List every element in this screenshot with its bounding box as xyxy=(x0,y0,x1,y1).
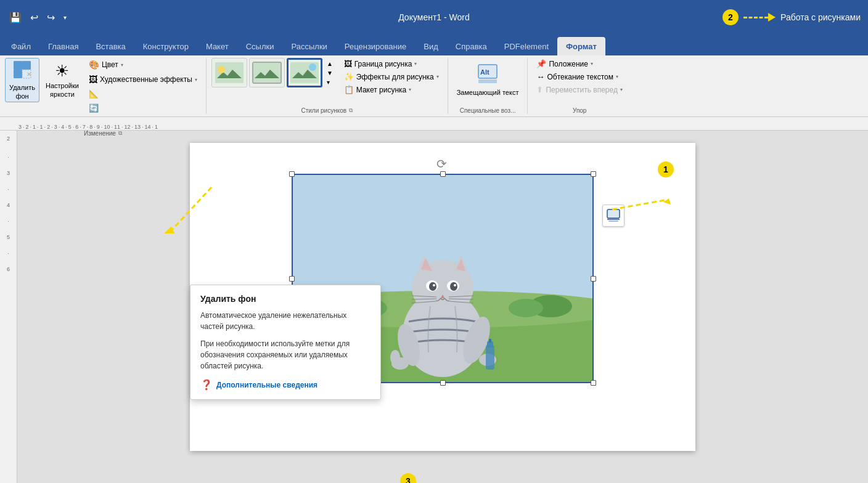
ribbon-group-picture-styles: ▲ ▼ ▾ 🖼 Граница рисунка ▾ ✨ Эффекты для … xyxy=(207,58,448,114)
tab-pdfelement[interactable]: PDFelement xyxy=(496,37,557,55)
tab-format[interactable]: Формат xyxy=(557,37,605,55)
wrap-label: Обтекание текстом xyxy=(547,73,613,81)
ruler-container: 3 · 2 · 1 · 1 · 2 · 3 · 4 · 5 · 6 · 7 · … xyxy=(0,117,868,131)
arrange-col: 📌 Положение ▾ ↔ Обтекание текстом ▾ ⬆ Пе… xyxy=(533,58,626,95)
layout-icon-svg xyxy=(606,208,621,223)
handle-top-left[interactable] xyxy=(289,171,295,177)
style-down-button[interactable]: ▼ xyxy=(324,69,335,77)
ribbon-group-adjust: ✕ Удалитьфон ☀ Настройкияркости xyxy=(0,58,207,114)
effects-icon: ✨ xyxy=(344,72,354,81)
compress-icon: 📐 xyxy=(89,89,99,99)
svg-point-8 xyxy=(218,66,225,73)
tab-help[interactable]: Справка xyxy=(447,37,496,55)
handle-bot-right[interactable] xyxy=(591,380,596,386)
style-up-button[interactable]: ▲ xyxy=(324,60,335,68)
remove-bg-label: Удалитьфон xyxy=(9,84,35,100)
replace-button[interactable]: 🔄 xyxy=(85,102,201,115)
ribbon-group-arrange: 📌 Положение ▾ ↔ Обтекание текстом ▾ ⬆ Пе… xyxy=(528,58,631,114)
tooltip-popup: Удалить фон Автоматическое удаление неже… xyxy=(190,285,381,400)
work-with-pictures-label: Работа с рисунками xyxy=(780,12,861,22)
art-icon: 🖼 xyxy=(89,75,97,84)
svg-rect-2 xyxy=(14,70,22,78)
tooltip-link-icon: ❓ xyxy=(200,379,213,391)
rotate-handle[interactable]: ⟳ xyxy=(436,156,447,171)
color-button[interactable]: 🎨 Цвет ▾ xyxy=(85,58,201,71)
style-preview-2[interactable] xyxy=(249,58,285,87)
tab-insert[interactable]: Вставка xyxy=(87,37,134,55)
svg-marker-53 xyxy=(663,198,671,205)
layout-icon: 📋 xyxy=(344,85,354,94)
svg-point-45 xyxy=(390,350,400,365)
tab-review[interactable]: Рецензирование xyxy=(336,37,415,55)
handle-mid-right[interactable] xyxy=(591,276,596,282)
effects-label: Эффекты для рисунка xyxy=(356,73,434,81)
svg-point-32 xyxy=(433,284,435,286)
svg-point-31 xyxy=(450,282,457,291)
position-icon: 📌 xyxy=(536,59,546,68)
title-bar: 💾 ↩ ↪ ▾ Документ1 - Word 2 Работа с рису… xyxy=(0,0,868,34)
svg-text:✕: ✕ xyxy=(27,71,31,78)
tab-home[interactable]: Главная xyxy=(39,37,87,55)
compress-button[interactable]: 📐 xyxy=(85,87,201,100)
alt-text-button[interactable]: Alt Замещающий текст xyxy=(453,58,523,102)
handle-top-mid[interactable] xyxy=(440,171,446,177)
settings-label: Настройкияркости xyxy=(46,82,79,98)
art-effects-button[interactable]: 🖼 Художественные эффекты ▾ xyxy=(85,73,201,86)
special-content: Alt Замещающий текст xyxy=(453,58,523,106)
tab-view[interactable]: Вид xyxy=(415,37,447,55)
tab-file[interactable]: Файл xyxy=(2,37,39,55)
svg-rect-51 xyxy=(608,221,618,222)
color-icon: 🎨 xyxy=(89,60,99,70)
position-label: Положение xyxy=(549,60,588,68)
replace-icon: 🔄 xyxy=(89,104,99,113)
badge-3: 3 xyxy=(400,473,416,483)
border-icon: 🖼 xyxy=(344,59,352,68)
redo-icon[interactable]: ↪ xyxy=(44,9,58,26)
svg-point-30 xyxy=(429,282,436,291)
svg-point-33 xyxy=(454,284,456,286)
dashed-line xyxy=(743,17,768,18)
adjust-expand-icon[interactable]: ⧉ xyxy=(118,130,122,137)
settings-icon: ☀ xyxy=(55,62,69,81)
layout-button[interactable]: 📋 Макет рисунка ▾ xyxy=(340,84,443,95)
handle-top-right[interactable] xyxy=(591,171,596,177)
ruler-marks-top: 3 · 2 · 1 · 1 · 2 · 3 · 4 · 5 · 6 · 7 · … xyxy=(18,117,159,130)
handle-mid-left[interactable] xyxy=(289,276,295,282)
settings-brightness-button[interactable]: ☀ Настройкияркости xyxy=(42,58,83,102)
style-more-button[interactable]: ▾ xyxy=(324,78,335,86)
undo-icon[interactable]: ↩ xyxy=(27,9,41,26)
border-effects-col: 🖼 Граница рисунка ▾ ✨ Эффекты для рисунк… xyxy=(340,58,443,95)
page: ⟳ xyxy=(190,143,695,451)
forward-label: Переместить вперед xyxy=(546,86,617,94)
forward-icon: ⬆ xyxy=(536,85,543,94)
position-button[interactable]: 📌 Положение ▾ xyxy=(533,58,626,70)
style-preview-1[interactable] xyxy=(211,58,247,87)
picture-styles-group-label: Стили рисунков ⧉ xyxy=(211,106,443,114)
special-group-label: Специальные воз... xyxy=(453,106,523,114)
svg-rect-49 xyxy=(607,209,620,218)
save-icon[interactable]: 💾 xyxy=(6,9,25,26)
customize-icon[interactable]: ▾ xyxy=(60,12,70,23)
handle-bot-mid[interactable] xyxy=(440,380,446,386)
svg-point-21 xyxy=(509,299,543,317)
picture-styles-content: ▲ ▼ ▾ 🖼 Граница рисунка ▾ ✨ Эффекты для … xyxy=(211,58,443,106)
tab-layout[interactable]: Макет xyxy=(197,37,237,55)
tab-references[interactable]: Ссылки xyxy=(237,37,283,55)
tooltip-desc2: При необходимости используйте метки для … xyxy=(200,338,371,371)
border-button[interactable]: 🖼 Граница рисунка ▾ xyxy=(340,58,443,70)
tab-mailings[interactable]: Рассылки xyxy=(282,37,335,55)
forward-button[interactable]: ⬆ Переместить вперед ▾ xyxy=(533,84,626,95)
svg-rect-14 xyxy=(478,79,497,83)
wrap-button[interactable]: ↔ Обтекание текстом ▾ xyxy=(533,71,626,83)
style-preview-3[interactable] xyxy=(287,58,322,87)
image-action-icon[interactable] xyxy=(602,205,624,227)
remove-bg-button[interactable]: ✕ Удалитьфон xyxy=(5,58,39,102)
dashed-arrow-2 xyxy=(743,13,776,22)
tooltip-desc1: Автоматическое удаление нежелательных ча… xyxy=(200,310,371,332)
tooltip-link[interactable]: ❓ Дополнительные сведения xyxy=(200,379,371,391)
picture-styles-expand-icon[interactable]: ⧉ xyxy=(349,107,353,114)
ribbon: ✕ Удалитьфон ☀ Настройкияркости xyxy=(0,55,868,117)
left-ruler: 2 · 3 · 4 · 5 · 6 xyxy=(0,131,17,483)
effects-button[interactable]: ✨ Эффекты для рисунка ▾ xyxy=(340,71,443,83)
tab-constructor[interactable]: Конструктор xyxy=(134,37,197,55)
